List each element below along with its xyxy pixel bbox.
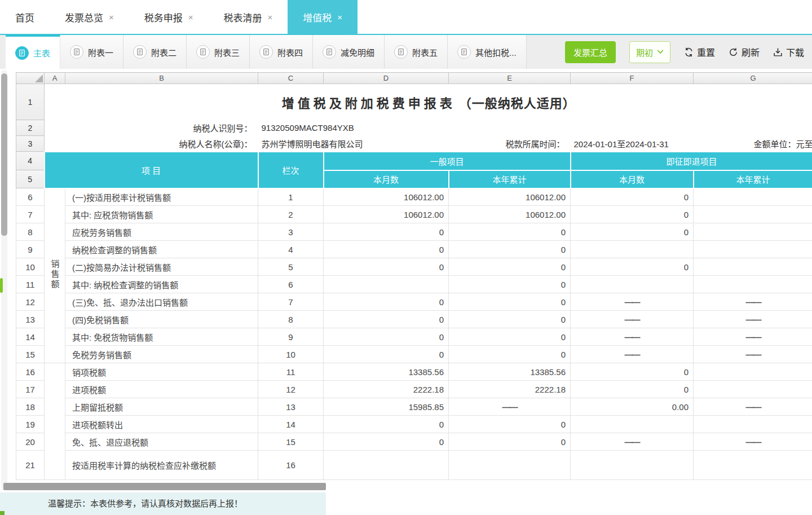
row-header-12[interactable]: 12 [16, 293, 45, 311]
cell-E19[interactable]: 0 [449, 416, 571, 433]
taxpayer-name-label[interactable]: 纳税人名称(公章)： [45, 136, 258, 152]
cell-D12[interactable]: 0 [324, 293, 449, 311]
cell-G11[interactable] [694, 276, 812, 293]
cell-C19[interactable]: 14 [258, 416, 324, 433]
sheet-tab-减免明细[interactable]: 减免明细 [313, 35, 385, 69]
row-header-19[interactable]: 19 [16, 416, 45, 433]
cell-D8[interactable]: 0 [324, 223, 449, 241]
cell-B10[interactable]: (二)按简易办法计税销售额 [65, 258, 258, 276]
cell-E11[interactable]: 0 [449, 276, 571, 293]
cell-B19[interactable]: 进项税额转出 [65, 416, 258, 433]
cell-C17[interactable]: 12 [258, 381, 324, 398]
cell-G21[interactable] [694, 451, 812, 480]
sheet-tab-附表二[interactable]: 附表二 [123, 35, 187, 69]
cell-B17[interactable]: 进项税额 [65, 381, 258, 398]
cell-G9[interactable] [694, 241, 812, 258]
download-button[interactable]: 下载 [773, 45, 804, 59]
row-header-15[interactable]: 15 [16, 346, 45, 363]
cell-G20[interactable]: —— [694, 433, 812, 451]
cell-C15[interactable]: 10 [258, 346, 324, 363]
cell-B8[interactable]: 应税劳务销售额 [65, 223, 258, 241]
cell-C7[interactable]: 2 [258, 206, 324, 223]
row-header-13[interactable]: 13 [16, 311, 45, 328]
header-instant-refund-items[interactable]: 即征即退项目 [571, 152, 812, 170]
cell-G18[interactable]: —— [694, 398, 812, 416]
cell-C11[interactable]: 6 [258, 276, 324, 293]
cell-F21[interactable] [571, 451, 694, 480]
cell-D6[interactable]: 106012.00 [324, 188, 449, 206]
cell-B9[interactable]: 纳税检查调整的销售额 [65, 241, 258, 258]
cell-C14[interactable]: 9 [258, 328, 324, 346]
cell-G16[interactable] [694, 363, 812, 381]
row-header-1[interactable]: 1 [16, 84, 45, 120]
cell-E13[interactable]: 0 [449, 311, 571, 328]
header-refund-ytd[interactable]: 本年累计 [694, 170, 812, 188]
close-icon[interactable]: × [337, 12, 342, 22]
cell-E20[interactable]: 0 [449, 433, 571, 451]
cell-F9[interactable] [571, 241, 694, 258]
cell-G6[interactable] [694, 188, 812, 206]
cell-F6[interactable]: 0 [571, 188, 694, 206]
cell-F15[interactable]: —— [571, 346, 694, 363]
row-header-10[interactable]: 10 [16, 258, 45, 276]
cell-D11[interactable] [324, 276, 449, 293]
cell-F20[interactable]: —— [571, 433, 694, 451]
cell-G17[interactable] [694, 381, 812, 398]
cell-D7[interactable]: 106012.00 [324, 206, 449, 223]
column-header-D[interactable]: D [324, 73, 449, 84]
cell-B21[interactable]: 按适用税率计算的纳税检查应补缴税额 [65, 451, 258, 480]
row-header-17[interactable]: 17 [16, 381, 45, 398]
cell-E8[interactable]: 0 [449, 223, 571, 241]
nav-tab-首页[interactable]: 首页 [0, 0, 50, 34]
cell-G12[interactable]: —— [694, 293, 812, 311]
close-icon[interactable]: × [268, 12, 273, 22]
column-header-B[interactable]: B [65, 73, 258, 84]
cell-C10[interactable]: 5 [258, 258, 324, 276]
row-header-7[interactable]: 7 [16, 206, 45, 223]
cell-D10[interactable]: 0 [324, 258, 449, 276]
cell-D20[interactable]: 0 [324, 433, 449, 451]
cell-G13[interactable]: —— [694, 311, 812, 328]
sheet-tab-附表五[interactable]: 附表五 [385, 35, 448, 69]
close-icon[interactable]: × [109, 12, 114, 22]
cell-B12[interactable]: (三)免、抵、退办法出口销售额 [65, 293, 258, 311]
cell-E17[interactable]: 2222.18 [449, 381, 571, 398]
cell-D9[interactable]: 0 [324, 241, 449, 258]
cell-F18[interactable]: 0.00 [571, 398, 694, 416]
close-icon[interactable]: × [188, 12, 193, 22]
row-header-11[interactable]: 11 [16, 276, 45, 293]
cell-G14[interactable]: —— [694, 328, 812, 346]
row-header-14[interactable]: 14 [16, 328, 45, 346]
row-header-3[interactable]: 3 [16, 136, 45, 152]
taxpayer-id-label[interactable]: 纳税人识别号： [45, 120, 258, 136]
tax-period-label[interactable]: 税款所属时间： [449, 136, 571, 152]
column-header-G[interactable]: G [694, 73, 812, 84]
cell-D15[interactable]: 0 [324, 346, 449, 363]
cell-D13[interactable]: 0 [324, 311, 449, 328]
cell-D14[interactable]: 0 [324, 328, 449, 346]
cell-G7[interactable] [694, 206, 812, 223]
cell-C20[interactable]: 15 [258, 433, 324, 451]
taxpayer-name-value[interactable]: 苏州学博照明电器有限公司 [258, 136, 449, 152]
row-header-16[interactable]: 16 [16, 363, 45, 381]
column-header-C[interactable]: C [258, 73, 324, 84]
cell-B14[interactable]: 其中: 免税货物销售额 [65, 328, 258, 346]
column-header-F[interactable]: F [571, 73, 694, 84]
header-general-month[interactable]: 本月数 [324, 170, 449, 188]
cell-C8[interactable]: 3 [258, 223, 324, 241]
nav-tab-增值税[interactable]: 增值税× [288, 0, 358, 34]
initial-period-button[interactable]: 期初 [629, 41, 670, 63]
cell-C12[interactable]: 7 [258, 293, 324, 311]
row-header-21[interactable]: 21 [16, 451, 45, 480]
row-header-2[interactable]: 2 [16, 120, 45, 136]
row-header-6[interactable]: 6 [16, 188, 45, 206]
cell-F7[interactable]: 0 [571, 206, 694, 223]
cell-G15[interactable]: —— [694, 346, 812, 363]
invoice-summary-button[interactable]: 发票汇总 [565, 41, 616, 63]
row-header-20[interactable]: 20 [16, 433, 45, 451]
cell-C9[interactable]: 4 [258, 241, 324, 258]
cell-D16[interactable]: 13385.56 [324, 363, 449, 381]
cell-C13[interactable]: 8 [258, 311, 324, 328]
sheet-tab-附表一[interactable]: 附表一 [60, 35, 123, 69]
row-header-18[interactable]: 18 [16, 398, 45, 416]
